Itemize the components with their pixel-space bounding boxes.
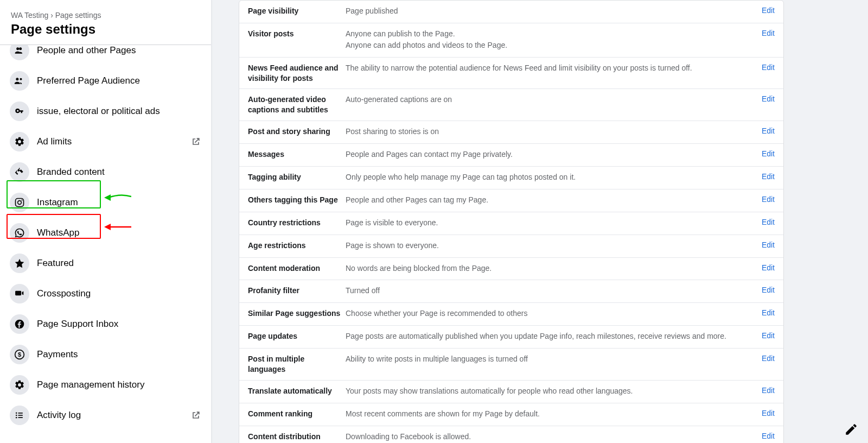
setting-row-content-dist: Content distributionDownloading to Faceb… [239, 426, 783, 443]
sidebar-item-ad-limits[interactable]: Ad limits [5, 126, 206, 157]
breadcrumb-root[interactable]: WA Testing [11, 11, 48, 20]
setting-row-auto-captions: Auto-generated video captions and subtit… [239, 89, 783, 121]
setting-label: Page visibility [248, 6, 346, 16]
setting-row-moderation: Content moderationNo words are being blo… [239, 258, 783, 281]
setting-row-translate: Translate automaticallyYour posts may sh… [239, 381, 783, 403]
key-icon [10, 102, 29, 121]
setting-value-text: People and other Pages can tag my Page. [346, 195, 754, 205]
setting-value-text: Page published [346, 6, 754, 16]
setting-label: News Feed audience and visibility for po… [248, 63, 346, 84]
setting-value-text: Your posts may show translations automat… [346, 386, 754, 396]
sidebar-item-branded-content[interactable]: Branded content [5, 157, 206, 187]
sidebar-item-activity-log[interactable]: Activity log [5, 400, 206, 431]
setting-row-post-story: Post and story sharingPost sharing to st… [239, 121, 783, 144]
sidebar-item-label: Payments [37, 349, 78, 360]
sidebar-item-crossposting[interactable]: Crossposting [5, 279, 206, 309]
whatsapp-icon [10, 223, 29, 243]
edit-link[interactable]: Edit [762, 63, 775, 72]
setting-row-comment-rank: Comment rankingMost recent comments are … [239, 403, 783, 426]
setting-value-text: Most recent comments are shown for my Pa… [346, 409, 754, 419]
setting-value: Anyone can publish to the Page.Anyone ca… [346, 29, 754, 52]
edit-link[interactable]: Edit [762, 409, 775, 417]
sidebar-item-support-inbox[interactable]: Page Support Inbox [5, 309, 206, 339]
setting-value-text: Downloading to Facebook is allowed. [346, 432, 754, 442]
edit-link[interactable]: Edit [762, 331, 775, 340]
setting-value-text: Only people who help manage my Page can … [346, 172, 754, 182]
sidebar-item-label: Preferred Page Audience [37, 75, 140, 86]
sidebar-header: WA Testing › Page settings Page settings [0, 0, 211, 45]
star-icon [10, 254, 29, 273]
setting-label: Post in multiple languages [248, 354, 346, 375]
sidebar-item-people-pages[interactable]: People and other Pages [5, 45, 206, 66]
edit-link[interactable]: Edit [762, 94, 775, 103]
setting-value-text: The ability to narrow the potential audi… [346, 63, 754, 73]
setting-value: People and other Pages can tag my Page. [346, 195, 754, 206]
gear-icon [10, 375, 29, 395]
setting-label: Post and story sharing [248, 126, 346, 137]
people-icon [10, 45, 29, 60]
sidebar-item-label: Branded content [37, 167, 105, 178]
audience-icon [10, 71, 29, 91]
setting-value-text: Page is visible to everyone. [346, 218, 754, 228]
setting-value: Page is shown to everyone. [346, 241, 754, 252]
edit-link[interactable]: Edit [762, 149, 775, 158]
sidebar-item-political-ads[interactable]: issue, electoral or political ads [5, 96, 206, 126]
setting-label: Messages [248, 149, 346, 160]
setting-value-text: Page is shown to everyone. [346, 241, 754, 251]
sidebar-item-featured[interactable]: Featured [5, 248, 206, 279]
edit-link[interactable]: Edit [762, 286, 775, 294]
setting-value-text: Anyone can publish to the Page. [346, 29, 754, 39]
edit-link[interactable]: Edit [762, 241, 775, 249]
sidebar-item-label: People and other Pages [37, 45, 136, 56]
video-icon [10, 284, 29, 303]
sidebar-item-label: Page Support Inbox [37, 319, 118, 330]
edit-link[interactable]: Edit [762, 218, 775, 226]
sidebar-item-pmh[interactable]: Page management history [5, 370, 206, 400]
sidebar-item-label: Crossposting [37, 288, 91, 299]
setting-value: Downloading to Facebook is allowed. [346, 432, 754, 443]
sidebar-item-label: Activity log [37, 410, 81, 421]
settings-main: Page visibilityPage publishedEditVisitor… [212, 0, 868, 443]
setting-value-text: Turned off [346, 286, 754, 296]
gear-icon [10, 132, 29, 151]
setting-value: Only people who help manage my Page can … [346, 172, 754, 183]
list-icon [10, 406, 29, 425]
edit-link[interactable]: Edit [762, 172, 775, 181]
setting-value: Most recent comments are shown for my Pa… [346, 409, 754, 420]
edit-link[interactable]: Edit [762, 386, 775, 395]
sidebar-item-whatsapp[interactable]: WhatsApp [5, 218, 206, 248]
sidebar-item-preferred-aud[interactable]: Preferred Page Audience [5, 66, 206, 96]
setting-value: Auto-generated captions are on [346, 94, 754, 106]
edit-link[interactable]: Edit [762, 308, 775, 317]
setting-row-country: Country restrictionsPage is visible to e… [239, 212, 783, 235]
sidebar-nav: People and other PagesPreferred Page Aud… [0, 45, 211, 443]
setting-row-similar: Similar Page suggestionsChoose whether y… [239, 303, 783, 326]
sidebar-item-payments[interactable]: Payments [5, 339, 206, 370]
instagram-icon [10, 193, 29, 212]
edit-link[interactable]: Edit [762, 29, 775, 37]
setting-value-text: Page posts are automatically published w… [346, 331, 754, 341]
edit-link[interactable]: Edit [762, 126, 775, 135]
setting-row-tagging: Tagging abilityOnly people who help mana… [239, 167, 783, 189]
external-link-icon [190, 410, 201, 421]
edit-link[interactable]: Edit [762, 263, 775, 272]
setting-value: Page published [346, 6, 754, 17]
edit-link[interactable]: Edit [762, 6, 775, 15]
compose-icon[interactable] [844, 422, 858, 439]
sidebar-item-label: Ad limits [37, 136, 72, 147]
setting-label: Tagging ability [248, 172, 346, 182]
setting-row-updates: Page updatesPage posts are automatically… [239, 326, 783, 349]
sidebar-item-label: Instagram [37, 197, 78, 208]
edit-link[interactable]: Edit [762, 354, 775, 363]
edit-link[interactable]: Edit [762, 195, 775, 204]
edit-link[interactable]: Edit [762, 432, 775, 440]
setting-label: Comment ranking [248, 409, 346, 419]
setting-label: Content moderation [248, 263, 346, 274]
setting-label: Similar Page suggestions [248, 308, 346, 319]
breadcrumb-sep: › [50, 11, 53, 20]
sidebar-item-instagram[interactable]: Instagram [5, 187, 206, 218]
setting-value: The ability to narrow the potential audi… [346, 63, 754, 74]
setting-row-profanity: Profanity filterTurned offEdit [239, 280, 783, 303]
setting-label: Profanity filter [248, 286, 346, 296]
sidebar-item-label: Page management history [37, 379, 144, 390]
